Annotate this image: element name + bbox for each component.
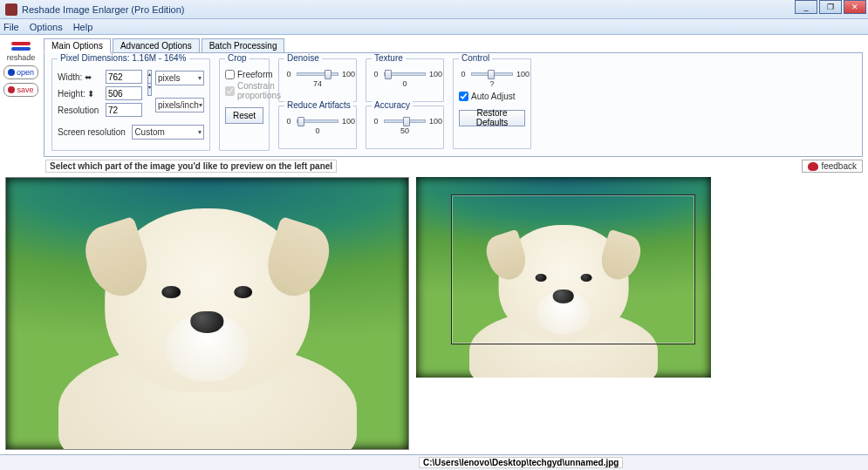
resolution-input[interactable] <box>106 103 142 117</box>
close-button[interactable]: ✕ <box>844 0 866 14</box>
open-icon <box>8 69 15 76</box>
auto-adjust-checkbox[interactable]: Auto Adjust <box>459 92 525 101</box>
preview-panel-right[interactable] <box>416 177 711 378</box>
group-denoise: Denoise 0100 74 <box>278 58 357 102</box>
unit-pixels-label: pixels <box>158 73 181 83</box>
feedback-label: feedback <box>821 161 857 171</box>
group-crop: Crop Freeform Constrain proportions Rese… <box>219 58 270 151</box>
group-control: Control 0100 ? Auto Adjust Restore Defau… <box>453 58 531 149</box>
logo-icon <box>11 40 31 52</box>
resolution-label: Resolution <box>58 106 103 115</box>
screen-res-label: Screen resolution <box>58 127 129 137</box>
menu-options[interactable]: Options <box>30 22 63 32</box>
group-title-texture: Texture <box>372 53 406 63</box>
menu-file[interactable]: File <box>3 22 19 32</box>
freeform-checkbox[interactable]: Freeform <box>225 70 263 79</box>
group-title-accuracy: Accuracy <box>372 100 413 110</box>
window-title: Reshade Image Enlarger (Pro Edition) <box>22 4 184 15</box>
reduce-min: 0 <box>284 117 293 126</box>
preview-panel-left[interactable] <box>5 177 409 450</box>
reduce-max: 100 <box>342 117 351 126</box>
bug-icon <box>808 162 818 171</box>
group-title-pixeldim: Pixel Dimensions: 1.16M - 164% <box>58 53 189 63</box>
tab-strip: Main Options Advanced Options Batch Proc… <box>44 38 863 53</box>
texture-slider[interactable] <box>384 72 426 76</box>
accuracy-slider[interactable] <box>384 119 426 123</box>
status-bar: C:\Users\lenovo\Desktop\techgyd\unnamed.… <box>0 454 868 470</box>
width-label: Width: ⬌ <box>58 72 103 82</box>
group-pixel-dimensions: Pixel Dimensions: 1.16M - 164% Width: ⬌ … <box>51 58 210 151</box>
instruction-text: Select which part of the image you'd lik… <box>45 160 337 173</box>
image-row <box>0 174 868 452</box>
screen-res-select[interactable]: Custom <box>132 125 204 140</box>
control-slider[interactable] <box>471 72 513 76</box>
denoise-max: 100 <box>342 70 351 78</box>
window-titlebar: Reshade Image Enlarger (Pro Edition) _ ❐… <box>0 0 868 19</box>
group-reduce-artifacts: Reduce Artifacts 0100 0 <box>278 106 357 149</box>
reduce-value: 0 <box>284 126 351 135</box>
tab-main-options[interactable]: Main Options <box>44 38 111 53</box>
texture-max: 100 <box>429 70 438 78</box>
menu-help[interactable]: Help <box>73 22 93 32</box>
crop-reset-button[interactable]: Reset <box>225 107 263 124</box>
group-title-denoise: Denoise <box>284 53 322 63</box>
constrain-label: Constrain proportions <box>237 81 281 100</box>
texture-min: 0 <box>372 70 380 78</box>
screen-res-value: Custom <box>134 127 164 137</box>
left-sidebar: reshade open save <box>0 35 42 157</box>
instruction-row: Select which part of the image you'd lik… <box>0 159 868 174</box>
save-button[interactable]: save <box>3 83 38 97</box>
link-wh-spinner[interactable]: ▴▾ <box>147 70 152 96</box>
group-title-reduce: Reduce Artifacts <box>284 100 353 110</box>
height-input[interactable] <box>106 86 142 100</box>
options-panel: Pixel Dimensions: 1.16M - 164% Width: ⬌ … <box>44 52 863 157</box>
control-min: 0 <box>459 70 468 78</box>
denoise-slider[interactable] <box>297 72 338 76</box>
feedback-button[interactable]: feedback <box>802 160 863 173</box>
reduce-slider[interactable] <box>297 119 338 123</box>
texture-value: 0 <box>372 79 438 88</box>
control-value: ? <box>459 79 525 88</box>
group-accuracy: Accuracy 0100 50 <box>366 106 444 149</box>
tab-advanced-options[interactable]: Advanced Options <box>113 38 200 53</box>
accuracy-min: 0 <box>372 117 380 126</box>
freeform-label: Freeform <box>237 70 273 79</box>
denoise-value: 74 <box>284 79 351 88</box>
selection-rectangle[interactable] <box>451 194 695 344</box>
brand-logo: reshade <box>3 40 38 62</box>
accuracy-max: 100 <box>429 117 438 126</box>
menu-bar: File Options Help <box>0 19 868 35</box>
maximize-button[interactable]: ❐ <box>819 0 842 14</box>
save-label: save <box>17 85 33 94</box>
height-label: Height: ⬍ <box>58 89 103 99</box>
group-title-control: Control <box>459 53 492 63</box>
width-input[interactable] <box>106 70 142 84</box>
brand-text: reshade <box>3 53 38 62</box>
constrain-checkbox[interactable]: Constrain proportions <box>225 81 263 100</box>
open-label: open <box>17 68 34 77</box>
accuracy-value: 50 <box>372 126 438 135</box>
window-controls: _ ❐ ✕ <box>795 0 866 14</box>
group-title-crop: Crop <box>225 53 249 63</box>
open-button[interactable]: open <box>3 65 38 79</box>
app-icon <box>5 3 17 16</box>
unit-pixels-select[interactable]: pixels <box>155 71 204 85</box>
group-texture: Texture 0100 0 <box>366 58 444 102</box>
auto-adjust-label: Auto Adjust <box>471 92 516 101</box>
tab-batch-processing[interactable]: Batch Processing <box>202 38 285 53</box>
status-filepath: C:\Users\lenovo\Desktop\techgyd\unnamed.… <box>419 457 623 468</box>
unit-ppi-label: pixels/inch <box>158 100 199 110</box>
denoise-min: 0 <box>284 70 293 78</box>
restore-defaults-button[interactable]: Restore Defaults <box>459 110 525 126</box>
control-max: 100 <box>516 70 525 78</box>
minimize-button[interactable]: _ <box>795 0 817 14</box>
save-icon <box>8 86 15 93</box>
unit-ppi-select[interactable]: pixels/inch <box>155 98 204 112</box>
